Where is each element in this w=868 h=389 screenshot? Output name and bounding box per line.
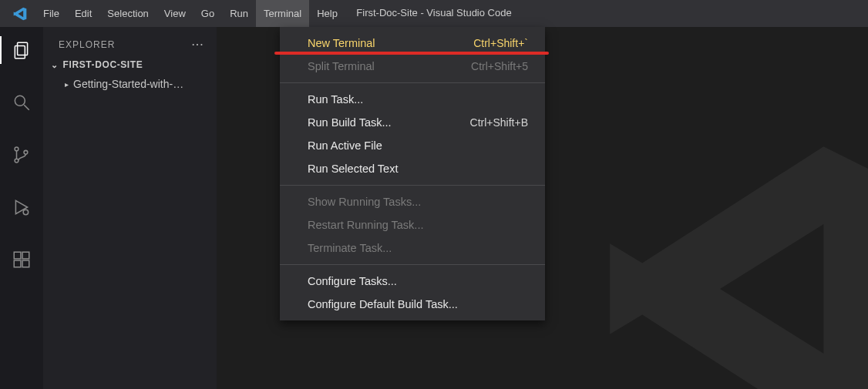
vscode-icon	[12, 6, 28, 22]
svg-rect-10	[14, 260, 21, 267]
branch-icon	[12, 145, 32, 165]
extensions-icon	[12, 250, 32, 270]
menu-item-run-build-task[interactable]: Run Build Task...Ctrl+Shift+B	[280, 111, 545, 134]
svg-point-2	[15, 96, 25, 106]
menubar: FileEditSelectionViewGoRunTerminalHelp F…	[0, 0, 868, 27]
menu-item-configure-tasks[interactable]: Configure Tasks...	[280, 270, 545, 293]
menu-item-label: Configure Default Build Task...	[308, 298, 458, 310]
menu-item-show-running-tasks: Show Running Tasks...	[280, 190, 545, 213]
sidebar-title: EXPLORER	[59, 39, 115, 50]
menu-item-run-selected-text[interactable]: Run Selected Text	[280, 157, 545, 180]
chevron-down-icon: ⌄	[51, 60, 59, 70]
svg-marker-7	[15, 200, 27, 213]
menu-item-label: New Terminal	[308, 37, 375, 49]
svg-line-3	[24, 105, 29, 110]
menu-item-terminate-task: Terminate Task...	[280, 236, 545, 260]
svg-point-6	[24, 150, 28, 154]
menu-item-shortcut: Ctrl+Shift+5	[471, 60, 528, 72]
svg-rect-1	[15, 46, 25, 59]
sidebar-folder-name: FIRST-DOC-SITE	[63, 59, 143, 70]
activitybar-source-control[interactable]	[0, 139, 43, 170]
sidebar-folder-header[interactable]: ⌄ FIRST-DOC-SITE	[43, 55, 217, 75]
menu-item-split-terminal: Split TerminalCtrl+Shift+5	[280, 55, 545, 78]
files-icon	[12, 40, 32, 60]
activitybar-explorer[interactable]	[0, 35, 43, 65]
activitybar-search[interactable]	[0, 87, 43, 118]
menu-run[interactable]: Run	[222, 0, 256, 27]
sidebar: EXPLORER ··· ⌄ FIRST-DOC-SITE ▸ Getting-…	[43, 27, 217, 389]
annotation-underline	[274, 52, 549, 55]
menu-separator	[280, 185, 545, 186]
search-icon	[12, 92, 32, 112]
tree-item-label: Getting-Started-with-…	[73, 78, 183, 90]
svg-rect-12	[22, 252, 29, 259]
menu-item-shortcut: Ctrl+Shift+`	[473, 37, 528, 49]
activitybar-extensions[interactable]	[0, 244, 43, 275]
menu-item-label: Terminate Task...	[308, 242, 392, 254]
menu-item-configure-default-build-task[interactable]: Configure Default Build Task...	[280, 293, 545, 316]
menu-item-label: Run Task...	[308, 93, 363, 106]
svg-point-8	[23, 210, 28, 215]
menu-item-run-active-file[interactable]: Run Active File	[280, 134, 545, 157]
menu-item-shortcut: Ctrl+Shift+B	[470, 116, 528, 129]
svg-rect-0	[18, 42, 28, 55]
menu-terminal[interactable]: Terminal	[256, 0, 309, 27]
menu-separator	[280, 264, 545, 265]
sidebar-header: EXPLORER ···	[43, 30, 217, 55]
menu-item-run-task[interactable]: Run Task...	[280, 88, 545, 111]
menu-edit[interactable]: Edit	[67, 0, 99, 27]
menu-item-label: Split Terminal	[308, 60, 375, 72]
menu-item-label: Run Active File	[308, 139, 382, 152]
menu-item-label: Restart Running Task...	[308, 219, 423, 231]
menu-item-label: Run Build Task...	[308, 116, 392, 129]
menubar-items: FileEditSelectionViewGoRunTerminalHelp	[35, 0, 345, 27]
activitybar-run-debug[interactable]	[0, 192, 43, 223]
menu-item-label: Run Selected Text	[308, 163, 398, 175]
sidebar-more-icon[interactable]: ···	[192, 39, 204, 50]
menu-selection[interactable]: Selection	[99, 0, 156, 27]
activitybar	[0, 27, 43, 389]
menu-item-label: Show Running Tasks...	[308, 196, 421, 208]
svg-point-4	[15, 147, 19, 151]
svg-rect-11	[22, 260, 29, 267]
menu-separator	[280, 82, 545, 83]
vscode-watermark-icon	[590, 127, 868, 389]
chevron-right-icon: ▸	[65, 80, 69, 89]
terminal-menu-dropdown: New TerminalCtrl+Shift+`Split TerminalCt…	[280, 27, 545, 320]
svg-rect-9	[14, 252, 21, 259]
menu-item-label: Configure Tasks...	[308, 275, 397, 287]
vscode-logo	[5, 0, 35, 27]
tree-item[interactable]: ▸ Getting-Started-with-…	[43, 75, 217, 93]
menu-view[interactable]: View	[156, 0, 193, 27]
play-bug-icon	[12, 197, 32, 217]
menu-file[interactable]: File	[35, 0, 67, 27]
menu-item-restart-running-task: Restart Running Task...	[280, 213, 545, 236]
menu-go[interactable]: Go	[193, 0, 222, 27]
menu-help[interactable]: Help	[309, 0, 345, 27]
